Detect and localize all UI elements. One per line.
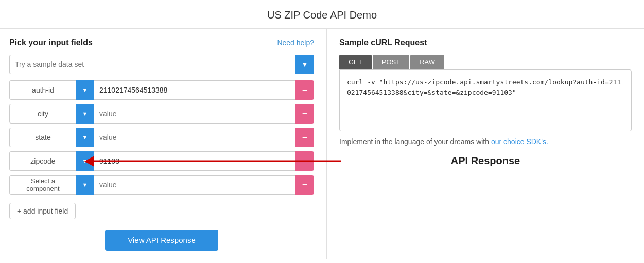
view-api-response-button[interactable]: View API Response — [105, 230, 218, 251]
curl-text: curl -v "https://us-zipcode.api.smartyst… — [347, 78, 621, 96]
field-input-city[interactable] — [94, 104, 295, 124]
field-input-component[interactable] — [94, 175, 295, 195]
api-response-title: API Response — [339, 155, 632, 167]
left-section-title: Pick your input fields — [9, 38, 93, 47]
remove-btn-city[interactable]: − — [295, 104, 314, 124]
remove-btn-zipcode[interactable]: − — [295, 151, 314, 171]
sample-data-input[interactable] — [9, 55, 295, 74]
field-row-auth-id: auth-id ▼ − — [9, 80, 314, 100]
dropdown-icon-zipcode: ▼ — [82, 158, 88, 164]
minus-icon-component: − — [302, 180, 308, 190]
tab-raw[interactable]: RAW — [410, 55, 444, 69]
left-panel: Pick your input fields Need help? ▼ auth… — [0, 29, 327, 259]
field-input-zipcode[interactable] — [94, 151, 295, 171]
field-input-auth-id[interactable] — [94, 80, 295, 100]
field-dropdown-component[interactable]: ▼ — [76, 175, 94, 195]
field-label-zipcode: zipcode — [9, 151, 76, 171]
sdk-link[interactable]: our choice SDK's. — [491, 137, 548, 146]
field-dropdown-city[interactable]: ▼ — [76, 104, 94, 124]
page-title-bar: US ZIP Code API Demo — [0, 0, 644, 29]
tab-post[interactable]: POST — [373, 55, 409, 69]
field-row-zipcode: zipcode ▼ − — [9, 151, 314, 171]
minus-icon-zipcode: − — [302, 156, 308, 167]
input-fields-container: auth-id ▼ − city ▼ − — [9, 80, 314, 195]
dropdown-icon-component: ▼ — [82, 182, 88, 188]
right-panel: Sample cURL Request GET POST RAW curl -v… — [327, 29, 644, 259]
field-label-city: city — [9, 104, 76, 124]
sample-data-row: ▼ — [9, 55, 314, 74]
dropdown-icon-auth-id: ▼ — [82, 87, 88, 93]
curl-code-box: curl -v "https://us-zipcode.api.smartyst… — [339, 69, 632, 131]
sample-data-dropdown-btn[interactable]: ▼ — [295, 55, 314, 74]
field-label-state: state — [9, 128, 76, 147]
minus-icon-city: − — [302, 109, 308, 119]
curl-tabs: GET POST RAW — [339, 55, 632, 69]
remove-btn-auth-id[interactable]: − — [295, 80, 314, 100]
remove-btn-component[interactable]: − — [295, 175, 314, 195]
field-input-state[interactable] — [94, 128, 295, 147]
field-dropdown-auth-id[interactable]: ▼ — [76, 80, 94, 100]
implement-text: Implement in the language of your dreams… — [339, 137, 632, 146]
field-row-state: state ▼ − — [9, 128, 314, 147]
field-label-component: Select a component — [9, 175, 76, 195]
dropdown-arrow-icon: ▼ — [301, 60, 308, 68]
dropdown-icon-city: ▼ — [82, 111, 88, 117]
minus-icon-state: − — [302, 132, 308, 143]
right-section-title: Sample cURL Request — [339, 38, 427, 47]
field-row-component: Select a component ▼ − — [9, 175, 314, 195]
tab-get[interactable]: GET — [339, 55, 372, 69]
field-row-city: city ▼ − — [9, 104, 314, 124]
field-label-auth-id: auth-id — [9, 80, 76, 100]
field-dropdown-zipcode[interactable]: ▼ — [76, 151, 94, 171]
add-field-button[interactable]: + add input field — [9, 203, 76, 219]
implement-prefix: Implement in the language of your dreams… — [339, 137, 491, 146]
dropdown-icon-state: ▼ — [82, 134, 88, 141]
field-dropdown-state[interactable]: ▼ — [76, 128, 94, 147]
need-help-link[interactable]: Need help? — [277, 39, 314, 47]
minus-icon-auth-id: − — [302, 85, 308, 96]
remove-btn-state[interactable]: − — [295, 128, 314, 147]
page-title: US ZIP Code API Demo — [0, 0, 644, 28]
